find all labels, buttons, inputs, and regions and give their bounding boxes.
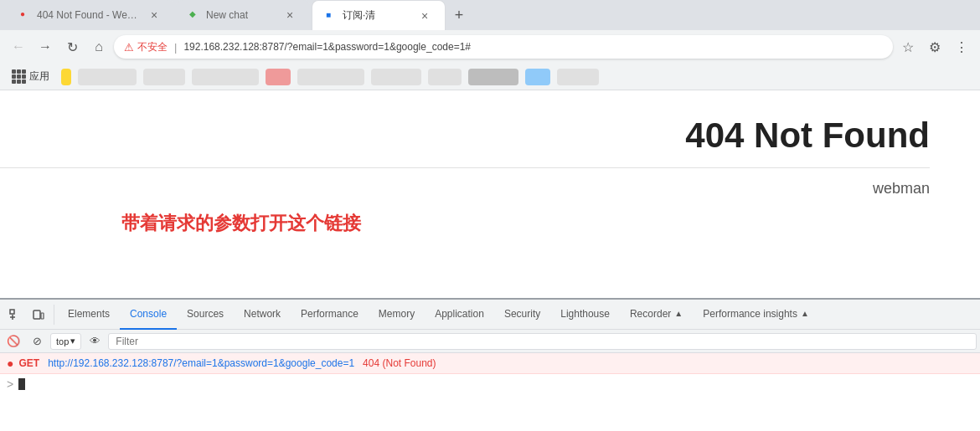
tab-3-close[interactable]: × [418,9,431,23]
tab-sources[interactable]: Sources [177,300,234,330]
address-separator: | [174,41,177,54]
console-input-row: > [0,374,980,394]
tab-performance-insights[interactable]: Performance insights ▲ [693,300,819,330]
back-button[interactable]: ← [7,35,30,59]
extensions-button[interactable]: ⚙ [923,35,946,59]
devtools-panel: Elements Console Sources Network Perform… [0,298,980,394]
clear-console-button[interactable]: 🚫 [3,331,23,351]
tab-1[interactable]: ● 404 Not Found - Webman × [7,0,174,30]
console-output: ● GET http://192.168.232.128:8787/?email… [0,353,980,394]
tab-bar: ● 404 Not Found - Webman × ◆ New chat × … [0,0,980,30]
tab-1-close[interactable]: × [147,8,161,22]
bookmark-6[interactable] [297,69,364,85]
performance-insights-more-icon: ▲ [801,309,809,318]
reload-button[interactable]: ↻ [60,35,84,59]
new-tab-button[interactable]: + [447,3,471,27]
link-section: 带着请求的参数打开这个链接 [0,198,980,236]
recorder-more-icon: ▲ [674,309,683,318]
tab-1-favicon: ● [20,9,32,21]
bookmark-1[interactable] [61,69,71,85]
context-label: top [56,336,69,346]
tab-recorder[interactable]: Recorder ▲ [620,300,693,330]
bookmark-2[interactable] [78,69,137,85]
page-content: 404 Not Found webman 带着请求的参数打开这个链接 [0,90,980,298]
tab-2-favicon: ◆ [189,9,201,21]
bookmark-3[interactable] [143,69,185,85]
not-found-title: 404 Not Found [685,115,930,156]
tab-2-close[interactable]: × [283,8,297,22]
tab-security[interactable]: Security [494,300,550,330]
page-link[interactable]: 带着请求的参数打开这个链接 [121,213,361,233]
tab-2[interactable]: ◆ New chat × [176,0,310,30]
bookmark-9[interactable] [468,69,518,85]
not-found-subtitle: webman [873,180,930,198]
tab-3-title: 订阅·清 [343,8,413,23]
home-button[interactable]: ⌂ [87,35,111,59]
forward-button[interactable]: → [34,35,57,59]
eye-icon-button[interactable]: 👁 [85,331,105,351]
error-status: 404 (Not Found) [363,357,436,369]
console-toolbar: 🚫 ⊘ top ▾ 👁 [0,330,980,353]
security-warning-icon: ⚠ [124,41,134,54]
svg-rect-4 [41,313,44,319]
apps-label: 应用 [29,69,49,84]
menu-button[interactable]: ⋮ [950,35,973,59]
tab-lighthouse[interactable]: Lighthouse [550,300,620,330]
bookmark-10[interactable] [525,69,550,85]
error-method: GET [18,357,39,369]
tab-1-title: 404 Not Found - Webman [37,9,142,21]
context-selector[interactable]: top ▾ [50,333,81,350]
tab-console[interactable]: Console [120,300,177,330]
tab-memory[interactable]: Memory [369,300,425,330]
console-error-row: ● GET http://192.168.232.128:8787/?email… [0,353,980,374]
bookmark-8[interactable] [428,69,462,85]
error-url-link[interactable]: http://192.168.232.128:8787/?email=1&pas… [48,357,354,369]
bookmark-11[interactable] [557,69,599,85]
devtools-separator-1 [54,305,54,325]
bookmark-4[interactable] [192,69,259,85]
context-dropdown-arrow: ▾ [70,336,75,346]
bookmark-button[interactable]: ☆ [896,35,920,59]
error-icon: ● [7,357,13,370]
devtools-tab-bar: Elements Console Sources Network Perform… [0,300,980,330]
svg-rect-3 [34,310,40,319]
svg-rect-0 [10,310,14,314]
console-prompt-symbol: > [7,377,13,391]
tab-performance[interactable]: Performance [291,300,369,330]
console-cursor [18,378,25,390]
address-input[interactable]: ⚠ 不安全 | 192.168.232.128:8787/?email=1&pa… [114,35,893,59]
tab-3[interactable]: ■ 订阅·清 × [312,0,446,30]
tab-2-title: New chat [206,9,278,21]
apps-shortcut[interactable]: 应用 [7,68,54,85]
tab-elements[interactable]: Elements [58,300,120,330]
tab-3-favicon: ■ [326,10,338,22]
bookmarks-bar: 应用 [0,64,980,90]
tab-application[interactable]: Application [425,300,494,330]
security-label: 不安全 [137,40,168,54]
address-bar: ← → ↻ ⌂ ⚠ 不安全 | 192.168.232.128:8787/?em… [0,30,980,64]
bookmark-7[interactable] [371,69,421,85]
tab-network[interactable]: Network [234,300,291,330]
console-settings-button[interactable]: ⊘ [27,331,47,351]
devtools-inspect-element-button[interactable] [3,303,27,326]
bookmark-5[interactable] [266,69,291,85]
console-filter-input[interactable] [108,333,977,350]
address-url-text: 192.168.232.128:8787/?email=1&password=1… [183,41,471,53]
devtools-device-toggle-button[interactable] [27,303,50,326]
apps-icon [12,69,26,84]
page-header: 404 Not Found webman [0,90,980,198]
